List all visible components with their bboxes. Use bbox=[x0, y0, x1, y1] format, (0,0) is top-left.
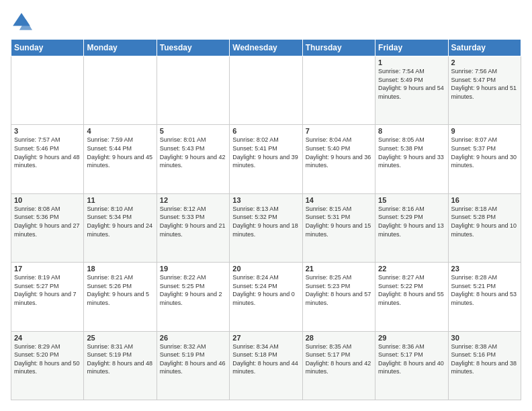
day-info: Sunrise: 8:32 AM Sunset: 5:19 PM Dayligh… bbox=[160, 342, 226, 376]
logo-icon bbox=[11, 11, 32, 32]
weekday-header-monday: Monday bbox=[84, 40, 157, 56]
calendar-day-8: 8Sunrise: 8:05 AM Sunset: 5:38 PM Daylig… bbox=[375, 125, 448, 193]
day-info: Sunrise: 7:59 AM Sunset: 5:44 PM Dayligh… bbox=[87, 136, 153, 169]
calendar-day-20: 20Sunrise: 8:24 AM Sunset: 5:24 PM Dayli… bbox=[230, 263, 302, 331]
day-info: Sunrise: 8:04 AM Sunset: 5:40 PM Dayligh… bbox=[306, 136, 372, 169]
calendar-week-row: 10Sunrise: 8:08 AM Sunset: 5:36 PM Dayli… bbox=[11, 193, 521, 262]
logo bbox=[11, 11, 35, 32]
day-info: Sunrise: 8:38 AM Sunset: 5:16 PM Dayligh… bbox=[451, 342, 518, 376]
calendar-empty-cell bbox=[157, 56, 229, 125]
day-number: 23 bbox=[451, 265, 518, 273]
day-info: Sunrise: 8:25 AM Sunset: 5:23 PM Dayligh… bbox=[306, 273, 372, 307]
calendar-day-24: 24Sunrise: 8:29 AM Sunset: 5:20 PM Dayli… bbox=[11, 331, 84, 400]
calendar-day-9: 9Sunrise: 8:07 AM Sunset: 5:37 PM Daylig… bbox=[448, 125, 521, 193]
calendar-day-7: 7Sunrise: 8:04 AM Sunset: 5:40 PM Daylig… bbox=[302, 125, 375, 193]
header bbox=[11, 11, 521, 32]
day-info: Sunrise: 8:36 AM Sunset: 5:17 PM Dayligh… bbox=[378, 342, 445, 376]
day-info: Sunrise: 8:15 AM Sunset: 5:31 PM Dayligh… bbox=[306, 205, 372, 238]
calendar-day-5: 5Sunrise: 8:01 AM Sunset: 5:43 PM Daylig… bbox=[157, 125, 229, 193]
calendar-day-19: 19Sunrise: 8:22 AM Sunset: 5:25 PM Dayli… bbox=[157, 263, 229, 331]
day-info: Sunrise: 8:24 AM Sunset: 5:24 PM Dayligh… bbox=[232, 273, 299, 307]
day-info: Sunrise: 7:57 AM Sunset: 5:46 PM Dayligh… bbox=[14, 136, 81, 169]
day-number: 29 bbox=[378, 334, 445, 342]
day-info: Sunrise: 7:56 AM Sunset: 5:47 PM Dayligh… bbox=[451, 67, 518, 101]
day-number: 14 bbox=[306, 196, 372, 204]
day-number: 11 bbox=[87, 196, 153, 204]
calendar-header-row: SundayMondayTuesdayWednesdayThursdayFrid… bbox=[11, 40, 521, 56]
calendar-day-11: 11Sunrise: 8:10 AM Sunset: 5:34 PM Dayli… bbox=[84, 193, 157, 262]
day-info: Sunrise: 8:05 AM Sunset: 5:38 PM Dayligh… bbox=[378, 136, 445, 169]
day-info: Sunrise: 8:29 AM Sunset: 5:20 PM Dayligh… bbox=[14, 342, 81, 376]
day-number: 7 bbox=[306, 127, 372, 135]
weekday-header-saturday: Saturday bbox=[448, 40, 521, 56]
day-info: Sunrise: 7:54 AM Sunset: 5:49 PM Dayligh… bbox=[378, 67, 445, 101]
calendar-day-23: 23Sunrise: 8:28 AM Sunset: 5:21 PM Dayli… bbox=[448, 263, 521, 331]
day-number: 24 bbox=[14, 334, 81, 342]
day-info: Sunrise: 8:21 AM Sunset: 5:26 PM Dayligh… bbox=[87, 273, 153, 307]
day-info: Sunrise: 8:18 AM Sunset: 5:28 PM Dayligh… bbox=[451, 205, 518, 238]
calendar-empty-cell bbox=[11, 56, 84, 125]
day-number: 22 bbox=[378, 265, 445, 273]
calendar-day-15: 15Sunrise: 8:16 AM Sunset: 5:29 PM Dayli… bbox=[375, 193, 448, 262]
day-number: 17 bbox=[14, 265, 81, 273]
day-info: Sunrise: 8:28 AM Sunset: 5:21 PM Dayligh… bbox=[451, 273, 518, 307]
calendar-empty-cell bbox=[302, 56, 375, 125]
calendar-week-row: 3Sunrise: 7:57 AM Sunset: 5:46 PM Daylig… bbox=[11, 125, 521, 193]
weekday-header-tuesday: Tuesday bbox=[157, 40, 229, 56]
calendar-day-30: 30Sunrise: 8:38 AM Sunset: 5:16 PM Dayli… bbox=[448, 331, 521, 400]
calendar-empty-cell bbox=[84, 56, 157, 125]
day-number: 27 bbox=[232, 334, 299, 342]
day-number: 12 bbox=[160, 196, 226, 204]
day-number: 16 bbox=[451, 196, 518, 204]
day-number: 25 bbox=[87, 334, 153, 342]
calendar-day-22: 22Sunrise: 8:27 AM Sunset: 5:22 PM Dayli… bbox=[375, 263, 448, 331]
calendar-day-18: 18Sunrise: 8:21 AM Sunset: 5:26 PM Dayli… bbox=[84, 263, 157, 331]
day-number: 6 bbox=[232, 127, 299, 135]
day-info: Sunrise: 8:22 AM Sunset: 5:25 PM Dayligh… bbox=[160, 273, 226, 307]
day-number: 28 bbox=[306, 334, 372, 342]
calendar-day-6: 6Sunrise: 8:02 AM Sunset: 5:41 PM Daylig… bbox=[230, 125, 302, 193]
calendar-day-14: 14Sunrise: 8:15 AM Sunset: 5:31 PM Dayli… bbox=[302, 193, 375, 262]
day-number: 18 bbox=[87, 265, 153, 273]
day-number: 3 bbox=[14, 127, 81, 135]
day-info: Sunrise: 8:34 AM Sunset: 5:18 PM Dayligh… bbox=[232, 342, 299, 376]
calendar-day-25: 25Sunrise: 8:31 AM Sunset: 5:19 PM Dayli… bbox=[84, 331, 157, 400]
day-number: 9 bbox=[451, 127, 518, 135]
calendar-week-row: 24Sunrise: 8:29 AM Sunset: 5:20 PM Dayli… bbox=[11, 331, 521, 400]
day-number: 5 bbox=[160, 127, 226, 135]
calendar-day-16: 16Sunrise: 8:18 AM Sunset: 5:28 PM Dayli… bbox=[448, 193, 521, 262]
page: SundayMondayTuesdayWednesdayThursdayFrid… bbox=[0, 0, 532, 411]
calendar-day-28: 28Sunrise: 8:35 AM Sunset: 5:17 PM Dayli… bbox=[302, 331, 375, 400]
calendar-day-26: 26Sunrise: 8:32 AM Sunset: 5:19 PM Dayli… bbox=[157, 331, 229, 400]
day-info: Sunrise: 8:08 AM Sunset: 5:36 PM Dayligh… bbox=[14, 205, 81, 238]
calendar-day-29: 29Sunrise: 8:36 AM Sunset: 5:17 PM Dayli… bbox=[375, 331, 448, 400]
day-info: Sunrise: 8:07 AM Sunset: 5:37 PM Dayligh… bbox=[451, 136, 518, 169]
calendar-day-1: 1Sunrise: 7:54 AM Sunset: 5:49 PM Daylig… bbox=[375, 56, 448, 125]
weekday-header-sunday: Sunday bbox=[11, 40, 84, 56]
day-number: 2 bbox=[451, 58, 518, 66]
day-info: Sunrise: 8:16 AM Sunset: 5:29 PM Dayligh… bbox=[378, 205, 445, 238]
day-number: 21 bbox=[306, 265, 372, 273]
day-number: 19 bbox=[160, 265, 226, 273]
calendar-table: SundayMondayTuesdayWednesdayThursdayFrid… bbox=[11, 39, 521, 400]
day-info: Sunrise: 8:13 AM Sunset: 5:32 PM Dayligh… bbox=[232, 205, 299, 238]
day-info: Sunrise: 8:10 AM Sunset: 5:34 PM Dayligh… bbox=[87, 205, 153, 238]
day-info: Sunrise: 8:35 AM Sunset: 5:17 PM Dayligh… bbox=[306, 342, 372, 376]
calendar-day-17: 17Sunrise: 8:19 AM Sunset: 5:27 PM Dayli… bbox=[11, 263, 84, 331]
calendar-empty-cell bbox=[230, 56, 302, 125]
day-info: Sunrise: 8:27 AM Sunset: 5:22 PM Dayligh… bbox=[378, 273, 445, 307]
weekday-header-wednesday: Wednesday bbox=[230, 40, 302, 56]
day-info: Sunrise: 8:31 AM Sunset: 5:19 PM Dayligh… bbox=[87, 342, 153, 376]
calendar-day-21: 21Sunrise: 8:25 AM Sunset: 5:23 PM Dayli… bbox=[302, 263, 375, 331]
calendar-week-row: 1Sunrise: 7:54 AM Sunset: 5:49 PM Daylig… bbox=[11, 56, 521, 125]
calendar-day-2: 2Sunrise: 7:56 AM Sunset: 5:47 PM Daylig… bbox=[448, 56, 521, 125]
calendar-week-row: 17Sunrise: 8:19 AM Sunset: 5:27 PM Dayli… bbox=[11, 263, 521, 331]
day-number: 4 bbox=[87, 127, 153, 135]
day-number: 1 bbox=[378, 58, 445, 66]
day-number: 20 bbox=[232, 265, 299, 273]
calendar-day-4: 4Sunrise: 7:59 AM Sunset: 5:44 PM Daylig… bbox=[84, 125, 157, 193]
day-info: Sunrise: 8:02 AM Sunset: 5:41 PM Dayligh… bbox=[232, 136, 299, 169]
calendar-day-10: 10Sunrise: 8:08 AM Sunset: 5:36 PM Dayli… bbox=[11, 193, 84, 262]
day-info: Sunrise: 8:19 AM Sunset: 5:27 PM Dayligh… bbox=[14, 273, 81, 307]
day-number: 10 bbox=[14, 196, 81, 204]
